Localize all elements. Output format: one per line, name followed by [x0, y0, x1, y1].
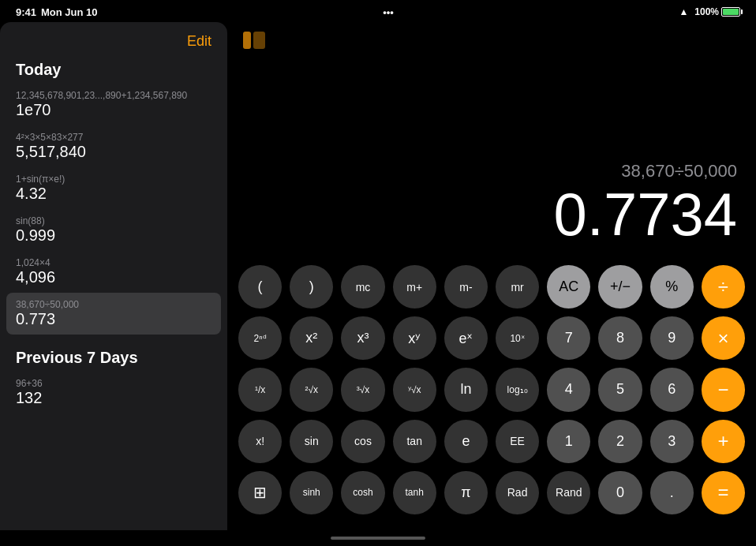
list-item[interactable]: 4²×3×5×83×277 5,517,840 — [0, 125, 227, 167]
cos-button[interactable]: cos — [341, 420, 384, 463]
ln-button[interactable]: ln — [444, 368, 488, 411]
add-button[interactable]: + — [702, 420, 745, 463]
decimal-button[interactable]: . — [650, 471, 694, 514]
today-section-title: Today — [0, 54, 227, 84]
ten-to-x-button[interactable]: 10ˣ — [496, 316, 539, 360]
edit-button[interactable]: Edit — [187, 33, 211, 50]
x-squared-button[interactable]: x² — [290, 316, 333, 360]
five-button[interactable]: 5 — [598, 368, 642, 411]
three-button[interactable]: 3 — [650, 420, 694, 463]
close-paren-button[interactable]: ) — [290, 265, 333, 309]
pi-button[interactable]: π — [444, 471, 488, 514]
four-button[interactable]: 4 — [547, 368, 590, 411]
expression: 96+36 — [16, 378, 205, 389]
result: 132 — [16, 389, 211, 407]
result: 4.32 — [16, 185, 211, 203]
status-center: ••• — [383, 6, 394, 18]
plus-minus-button[interactable]: +/− — [598, 265, 642, 309]
display: 38,670÷50,000 0.7734 — [227, 60, 756, 257]
tanh-button[interactable]: tanh — [393, 471, 436, 514]
expression: 1+sin(π×e!) — [16, 174, 205, 185]
date: Mon Jun 10 — [41, 6, 98, 18]
euler-button[interactable]: e — [444, 420, 488, 463]
log10-button[interactable]: log₁₀ — [496, 368, 539, 411]
sidebar-header: Edit — [0, 22, 227, 54]
list-item-active[interactable]: 38,670÷50,000 0.773 — [6, 293, 221, 335]
open-paren-button[interactable]: ( — [238, 265, 282, 309]
result: 0.773 — [16, 310, 211, 328]
calculator-icon-button[interactable]: ⊞ — [238, 471, 282, 514]
top-toolbar — [227, 22, 756, 60]
sinh-button[interactable]: sinh — [290, 471, 333, 514]
divide-button[interactable]: ÷ — [702, 265, 745, 309]
display-expression: 38,670÷50,000 — [621, 161, 737, 181]
list-item[interactable]: 12,345,678,901,23...,890+1,234,567,890 1… — [0, 84, 227, 125]
result: 0.999 — [16, 226, 211, 245]
dots-indicator: ••• — [383, 6, 394, 18]
battery-bar — [721, 7, 740, 17]
list-item[interactable]: sin(88) 0.999 — [0, 209, 227, 251]
svg-rect-0 — [243, 32, 251, 49]
ee-button[interactable]: EE — [496, 420, 539, 463]
x-to-y-button[interactable]: xʸ — [393, 316, 436, 360]
buttons-grid: ( ) mc m+ m- mr AC +/− % ÷ 2ⁿᵈ x² x³ xʸ … — [227, 257, 756, 530]
equals-button[interactable]: = — [702, 471, 745, 514]
battery-percent: 100% — [694, 6, 719, 17]
y-root-x-button[interactable]: ʸ√x — [393, 368, 436, 411]
display-result: 0.7734 — [554, 185, 737, 245]
status-time: 9:41 Mon Jun 10 — [16, 6, 98, 18]
home-indicator — [0, 530, 756, 546]
m-plus-button[interactable]: m+ — [393, 265, 436, 309]
multiply-button[interactable]: × — [702, 316, 745, 360]
zero-button[interactable]: 0 — [598, 471, 642, 514]
mr-button[interactable]: mr — [496, 265, 539, 309]
ac-button[interactable]: AC — [547, 265, 590, 309]
result: 4,096 — [16, 268, 211, 286]
list-item[interactable]: 1,024×4 4,096 — [0, 251, 227, 293]
mc-button[interactable]: mc — [341, 265, 384, 309]
result: 1e70 — [16, 101, 211, 119]
one-button[interactable]: 1 — [547, 420, 590, 463]
sidebar: Edit Today 12,345,678,901,23...,890+1,23… — [0, 22, 227, 530]
percent-button[interactable]: % — [650, 265, 694, 309]
expression: 1,024×4 — [16, 257, 205, 268]
sin-button[interactable]: sin — [290, 420, 333, 463]
main-layout: Edit Today 12,345,678,901,23...,890+1,23… — [0, 22, 756, 530]
time: 9:41 — [16, 6, 36, 18]
sqrt-x-button[interactable]: ²√x — [290, 368, 333, 411]
e-to-x-button[interactable]: eˣ — [444, 316, 488, 360]
expression: 38,670÷50,000 — [16, 299, 205, 310]
one-over-x-button[interactable]: ¹/x — [238, 368, 282, 411]
battery-fill — [723, 9, 739, 15]
nine-button[interactable]: 9 — [650, 316, 694, 360]
sidebar-toggle-button[interactable] — [240, 28, 268, 57]
list-item[interactable]: 1+sin(π×e!) 4.32 — [0, 167, 227, 209]
status-bar: 9:41 Mon Jun 10 ••• ▲ 100% — [0, 0, 756, 22]
calculator-area: 38,670÷50,000 0.7734 ( ) mc m+ m- mr AC … — [227, 22, 756, 530]
six-button[interactable]: 6 — [650, 368, 694, 411]
subtract-button[interactable]: − — [702, 368, 745, 411]
rand-button[interactable]: Rand — [547, 471, 590, 514]
tan-button[interactable]: tan — [393, 420, 436, 463]
rad-button[interactable]: Rad — [496, 471, 539, 514]
status-right: ▲ 100% — [679, 6, 740, 17]
expression: 12,345,678,901,23...,890+1,234,567,890 — [16, 90, 205, 101]
m-minus-button[interactable]: m- — [444, 265, 488, 309]
wifi-icon: ▲ — [679, 6, 688, 17]
sidebar-content: Today 12,345,678,901,23...,890+1,234,567… — [0, 54, 227, 530]
cube-root-x-button[interactable]: ³√x — [341, 368, 384, 411]
eight-button[interactable]: 8 — [598, 316, 642, 360]
seven-button[interactable]: 7 — [547, 316, 590, 360]
two-button[interactable]: 2 — [598, 420, 642, 463]
cosh-button[interactable]: cosh — [341, 471, 384, 514]
prev7-section-title: Previous 7 Days — [0, 342, 227, 372]
list-item[interactable]: 96+36 132 — [0, 372, 227, 413]
home-bar — [331, 537, 425, 540]
expression: sin(88) — [16, 215, 205, 226]
expression: 4²×3×5×83×277 — [16, 132, 205, 143]
battery: 100% — [694, 6, 740, 17]
x-cubed-button[interactable]: x³ — [341, 316, 384, 360]
factorial-button[interactable]: x! — [238, 420, 282, 463]
second-button[interactable]: 2ⁿᵈ — [238, 316, 282, 360]
svg-rect-1 — [253, 32, 265, 49]
